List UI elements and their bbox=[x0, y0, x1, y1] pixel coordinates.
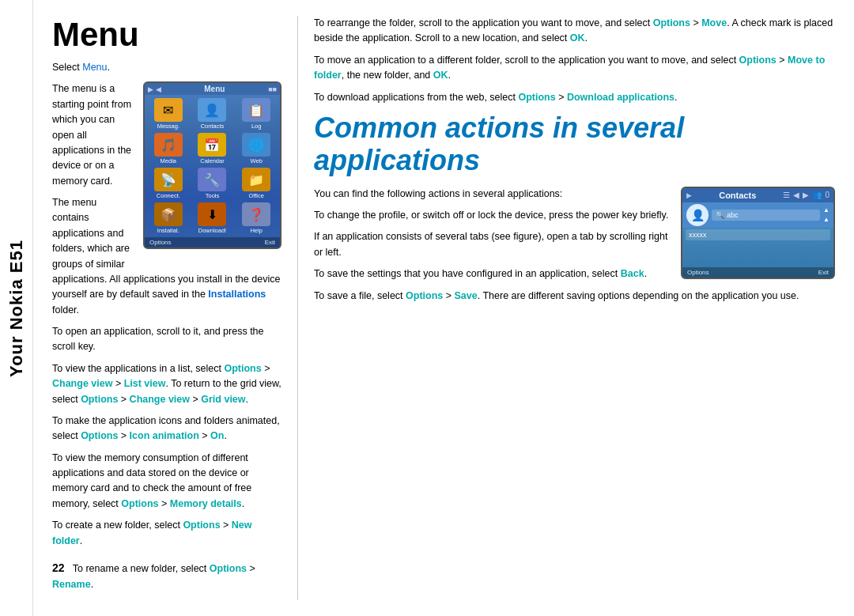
common-actions-title: Common actions in several applications bbox=[314, 111, 835, 177]
contacts-icon-row: ☰ ◀ ▶ 👥 0 bbox=[783, 191, 829, 199]
app-icon-download: ⬇ bbox=[198, 202, 226, 226]
para5: To make the application icons and folder… bbox=[52, 414, 282, 444]
phone-options-right: Options bbox=[687, 269, 709, 276]
sidebar-label: Your Nokia E51 bbox=[6, 240, 27, 377]
grid-view-link[interactable]: Grid view bbox=[201, 394, 245, 405]
main-content: Menu Select Menu. ▶ ◀ Menu ■■ ✉ Messag. … bbox=[33, 0, 854, 616]
phone-footer-left: Options Exit bbox=[145, 237, 280, 248]
contacts-scroll-area: 🔍 abc bbox=[712, 210, 820, 221]
contacts-title: Contacts bbox=[719, 191, 756, 200]
arrow-up: ▲ bbox=[823, 206, 829, 214]
app-label-help: Help bbox=[250, 227, 262, 234]
app-icon-web: 🌐 bbox=[242, 133, 270, 157]
options-r2[interactable]: Options bbox=[739, 55, 777, 66]
app-label-connect: Connect. bbox=[157, 192, 180, 199]
para4: To view the applications in a list, sele… bbox=[52, 361, 282, 407]
select-prefix: Select bbox=[52, 62, 82, 73]
app-label-contacts: Contacts bbox=[201, 123, 225, 130]
download-para: To download applications from the web, s… bbox=[314, 90, 835, 105]
options-link-5[interactable]: Options bbox=[183, 520, 220, 531]
page-number: 22 bbox=[52, 560, 65, 577]
contacts-search-text: abc bbox=[727, 211, 739, 219]
contacts-avatar: 👤 bbox=[686, 204, 709, 226]
app-office: 📁 Office bbox=[236, 168, 277, 199]
app-icon-calendar: 📅 bbox=[198, 133, 226, 157]
options-link-1[interactable]: Options bbox=[224, 363, 261, 374]
app-label-calendar: Calendar bbox=[200, 157, 224, 164]
app-label-office: Office bbox=[248, 192, 263, 199]
options-r4[interactable]: Options bbox=[406, 290, 443, 301]
app-help: ❓ Help bbox=[236, 202, 277, 234]
phone-mockup-right: ▶ Contacts ☰ ◀ ▶ 👥 0 👤 🔍 abc bbox=[681, 187, 835, 279]
change-view-link-1[interactable]: Change view bbox=[52, 378, 112, 389]
contacts-list: xxxxx bbox=[682, 228, 833, 267]
icon-animation-link[interactable]: Icon animation bbox=[130, 430, 199, 441]
app-download: ⬇ Download! bbox=[192, 202, 233, 234]
change-view-link-2[interactable]: Change view bbox=[130, 394, 190, 405]
left-column: Menu Select Menu. ▶ ◀ Menu ■■ ✉ Messag. … bbox=[52, 16, 297, 600]
phone-footer-right: Options Exit bbox=[682, 267, 833, 278]
ok-link-1[interactable]: OK bbox=[570, 32, 585, 43]
menu-link[interactable]: Menu bbox=[82, 62, 107, 73]
phone-signal: ▶ ◀ bbox=[148, 85, 161, 93]
options-r1[interactable]: Options bbox=[653, 17, 690, 28]
phone-battery: ■■ bbox=[268, 85, 277, 93]
right-column: To rearrange the folder, scroll to the a… bbox=[297, 16, 835, 600]
options-r3[interactable]: Options bbox=[518, 92, 555, 103]
back-link[interactable]: Back bbox=[621, 268, 644, 279]
app-label-messag: Messag. bbox=[157, 123, 179, 130]
app-icon-contacts: 👤 bbox=[198, 98, 226, 122]
app-label-tools: Tools bbox=[206, 192, 220, 199]
menu-title: Menu bbox=[52, 16, 282, 54]
app-icon-connect: 📡 bbox=[154, 168, 183, 191]
move-folder-para: To move an application to a different fo… bbox=[314, 53, 835, 84]
app-media: 🎵 Media bbox=[148, 133, 189, 164]
rearrange-para: To rearrange the folder, scroll to the a… bbox=[314, 16, 835, 47]
ok-link-2[interactable]: OK bbox=[433, 70, 448, 81]
para6: To view the memory consumption of differ… bbox=[52, 451, 282, 512]
options-link-3[interactable]: Options bbox=[81, 430, 118, 441]
sidebar: Your Nokia E51 bbox=[0, 0, 33, 616]
list-view-link[interactable]: List view bbox=[124, 378, 166, 389]
phone-options-left: Options bbox=[149, 239, 172, 246]
select-menu-line: Select Menu. bbox=[52, 60, 282, 75]
phone-menu-title: Menu bbox=[204, 85, 225, 93]
contacts-icon-4: 👥 bbox=[812, 191, 822, 199]
contacts-header: ▶ Contacts ☰ ◀ ▶ 👥 0 bbox=[682, 188, 833, 202]
contacts-list-item: xxxxx bbox=[686, 229, 830, 240]
app-icon-messag: ✉ bbox=[154, 98, 183, 122]
phone-mockup-left: ▶ ◀ Menu ■■ ✉ Messag. 👤 Contacts 📋 Log bbox=[143, 81, 282, 249]
app-install: 📦 Installat. bbox=[148, 202, 189, 234]
app-icon-media: 🎵 bbox=[154, 133, 183, 157]
options-link-4[interactable]: Options bbox=[121, 498, 158, 509]
installations-link[interactable]: Installations bbox=[208, 289, 266, 300]
options-link-6[interactable]: Options bbox=[210, 563, 247, 574]
phone-app-grid: ✉ Messag. 👤 Contacts 📋 Log 🎵 Media 📅 bbox=[145, 95, 280, 237]
app-label-media: Media bbox=[161, 157, 176, 164]
download-apps-link[interactable]: Download applications bbox=[567, 92, 675, 103]
on-link[interactable]: On bbox=[210, 430, 224, 441]
app-calendar: 📅 Calendar bbox=[192, 133, 233, 164]
contacts-icon-5: 0 bbox=[825, 191, 829, 199]
rename-link[interactable]: Rename bbox=[52, 579, 91, 590]
folder-link[interactable]: folder bbox=[52, 535, 80, 546]
app-icon-office: 📁 bbox=[242, 168, 270, 191]
app-icon-help: ❓ bbox=[242, 202, 270, 226]
app-icon-log: 📋 bbox=[242, 98, 270, 122]
phone-exit-left: Exit bbox=[265, 239, 275, 246]
contacts-icon-2: ◀ bbox=[793, 191, 799, 199]
app-label-install: Installat. bbox=[157, 227, 179, 234]
memory-details-link[interactable]: Memory details bbox=[170, 498, 242, 509]
options-link-2[interactable]: Options bbox=[81, 394, 118, 405]
contacts-arrows: ▲ ▲ bbox=[823, 206, 829, 223]
move-link[interactable]: Move bbox=[701, 17, 727, 28]
save-file: To save a file, select Options > Save. T… bbox=[314, 289, 835, 304]
app-messag: ✉ Messag. bbox=[148, 98, 189, 130]
app-label-log: Log bbox=[251, 123, 262, 130]
new-link[interactable]: New bbox=[232, 520, 252, 531]
contacts-icon-1: ☰ bbox=[783, 191, 790, 199]
phone-exit-right: Exit bbox=[818, 269, 829, 276]
save-link[interactable]: Save bbox=[455, 290, 478, 301]
app-label-download: Download! bbox=[198, 227, 226, 234]
para3: To open an application, scroll to it, an… bbox=[52, 324, 282, 355]
